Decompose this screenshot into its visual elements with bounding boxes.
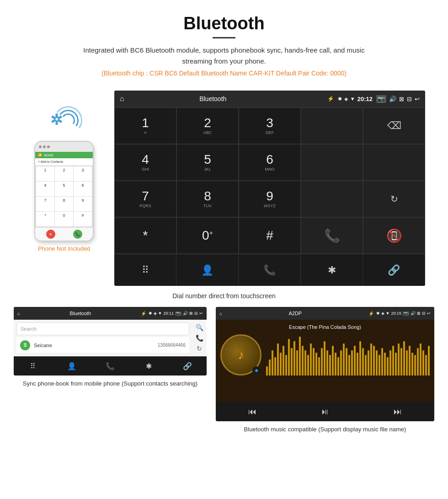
music-next-btn[interactable]: ⏭ (362, 402, 434, 421)
status-icons: ✱ ◈ ▼ 20:12 (338, 96, 373, 102)
ms-usb-icon: ⚡ (368, 311, 374, 316)
pb-volume-icon[interactable]: 🔊 (183, 311, 188, 316)
dial-key-star[interactable]: * (114, 217, 176, 254)
ms-location-icon: ◈ (381, 311, 384, 316)
waveform-bar (302, 346, 304, 376)
phone-frame: 📶 MORE + Add to Contacts 1 2 3 4 5 6 7 8… (34, 141, 94, 241)
pb-window-icon[interactable]: ⊟ (194, 311, 198, 316)
waveform-bar (280, 353, 282, 376)
wifi-status-icon: ▼ (350, 96, 355, 102)
phonebook-status-bar: ⌂ Bluetooth ⚡ ✱ ◈ ▼ 20:11 📷 🔊 ⊠ ⊟ ↩ (14, 307, 207, 320)
contact-row[interactable]: S Seicane 13566664466 (16, 337, 189, 354)
music-prev-btn[interactable]: ⏮ (216, 402, 288, 421)
toolbar-call-btn[interactable]: 📞 (239, 254, 301, 286)
pb-back-icon[interactable]: ↩ (199, 311, 203, 316)
close-box-icon[interactable]: ⊠ (399, 96, 404, 102)
toolbar-bt-btn[interactable]: ✱ (301, 254, 363, 286)
dial-num-7: 7 (142, 190, 149, 203)
ms-bt-icon: ✱ (376, 311, 380, 316)
pb-toolbar-dialpad[interactable]: ⠿ (14, 357, 52, 376)
ms-window-icon[interactable]: ⊟ (422, 311, 426, 316)
toolbar-dialpad-btn[interactable]: ⠿ (114, 254, 176, 286)
waveform-bar (324, 341, 325, 376)
waveform-bar (398, 343, 400, 376)
dial-letters-5: JKL (204, 167, 211, 172)
page-title: Bluetooth (9, 14, 439, 33)
ms-back-icon[interactable]: ↩ (427, 311, 431, 316)
dial-key-2[interactable]: 2 ABC (176, 107, 239, 144)
window-icon[interactable]: ⊟ (407, 96, 412, 102)
dial-letters-7: PQRS (139, 204, 151, 208)
phone-key-1: 1 (36, 166, 54, 181)
pb-toolbar-bt[interactable]: ✱ (129, 357, 168, 376)
pb-search-icon[interactable]: 🔍 (196, 324, 203, 331)
phone-key-2: 2 (55, 166, 73, 181)
phone-end-button[interactable]: ✕ (46, 230, 55, 239)
pb-toolbar-link[interactable]: 🔗 (168, 357, 207, 376)
search-bar[interactable]: Search (16, 322, 189, 335)
music-song-title: Escape (The Pina Colada Song) (289, 324, 361, 330)
waveform-bar (304, 350, 306, 376)
dial-key-0[interactable]: 0+ (176, 217, 239, 254)
phonebook-content: Search S Seicane 13566664466 (14, 320, 192, 356)
dial-backspace-cell[interactable]: ⌫ (363, 107, 425, 144)
waveform-bar (384, 353, 386, 376)
waveform-bar (351, 350, 353, 376)
toolbar-contacts-btn[interactable]: 👤 (176, 254, 239, 286)
pb-phone-icon[interactable]: 📞 (196, 334, 203, 342)
dial-refresh-cell[interactable]: ↻ (363, 181, 425, 217)
waveform-bar (409, 346, 411, 376)
dial-key-6[interactable]: 6 MNO (239, 144, 301, 181)
ms-closebox-icon[interactable]: ⊠ (417, 311, 421, 316)
ms-home-icon[interactable]: ⌂ (219, 311, 222, 316)
dial-key-3[interactable]: 3 DEF (239, 107, 301, 144)
waveform-bar (395, 353, 397, 376)
page-header: Bluetooth Integrated with BC6 Bluetooth … (0, 0, 448, 91)
call-red-icon: 📵 (386, 228, 402, 243)
dial-key-1[interactable]: 1 ∞ (114, 107, 176, 144)
pb-home-icon[interactable]: ⌂ (17, 311, 20, 316)
dial-key-4[interactable]: 4 GHI (114, 144, 176, 181)
back-icon[interactable]: ↩ (415, 96, 420, 102)
waveform-bar (296, 350, 298, 376)
waveform-bar (274, 357, 276, 376)
pb-closebox-icon[interactable]: ⊠ (189, 311, 193, 316)
pb-bt-icon: ✱ (149, 311, 152, 316)
pb-usb-icon: ⚡ (141, 311, 146, 316)
dial-call-red-cell[interactable]: 📵 (363, 217, 425, 254)
waveform-bar (365, 355, 367, 376)
music-controls: ⏮ ⏯ ⏭ (216, 402, 434, 421)
waveform-bar (340, 350, 342, 376)
dial-key-8[interactable]: 8 TUV (176, 181, 239, 217)
phone-key-3: 3 (74, 166, 92, 181)
waveform-bar (283, 346, 284, 376)
status-right-icons: 📷 🔊 ⊠ ⊟ ↩ (376, 95, 420, 103)
camera-icon[interactable]: 📷 (376, 95, 386, 103)
dial-key-9[interactable]: 9 WXYZ (239, 181, 301, 217)
phone-dot (39, 145, 42, 148)
pb-toolbar-contacts[interactable]: 👤 (52, 357, 91, 376)
phone-keypad: 1 2 3 4 5 6 7 8 9 * 0 # (35, 166, 93, 227)
waveform-bar (376, 350, 378, 376)
phone-dot-3 (47, 145, 50, 148)
phonebook-screen: ⌂ Bluetooth ⚡ ✱ ◈ ▼ 20:11 📷 🔊 ⊠ ⊟ ↩ (14, 307, 207, 376)
waveform-bar (269, 359, 271, 376)
dial-key-5[interactable]: 5 JKL (176, 144, 239, 181)
dial-call-green-cell[interactable]: 📞 (301, 217, 363, 254)
ms-wifi-icon: ▼ (386, 311, 390, 316)
ms-volume-icon[interactable]: 🔊 (411, 311, 416, 316)
dial-key-hash[interactable]: # (239, 217, 301, 254)
dial-key-7[interactable]: 7 PQRS (114, 181, 176, 217)
pb-toolbar-call[interactable]: 📞 (91, 357, 129, 376)
pb-time: 20:11 (163, 311, 174, 316)
volume-icon[interactable]: 🔊 (389, 96, 396, 102)
toolbar-link-btn[interactable]: 🔗 (363, 254, 425, 286)
music-play-pause-btn[interactable]: ⏯ (288, 402, 361, 421)
pb-refresh-icon[interactable]: ↻ (197, 345, 202, 352)
bottom-screenshots: ⌂ Bluetooth ⚡ ✱ ◈ ▼ 20:11 📷 🔊 ⊠ ⊟ ↩ (0, 307, 448, 434)
waveform-bar (400, 348, 402, 376)
ms-status-title: A2DP (224, 311, 366, 316)
phone-call-button[interactable]: 📞 (73, 230, 82, 239)
ms-camera-icon[interactable]: 📷 (403, 311, 409, 316)
pb-camera-icon[interactable]: 📷 (175, 311, 181, 316)
